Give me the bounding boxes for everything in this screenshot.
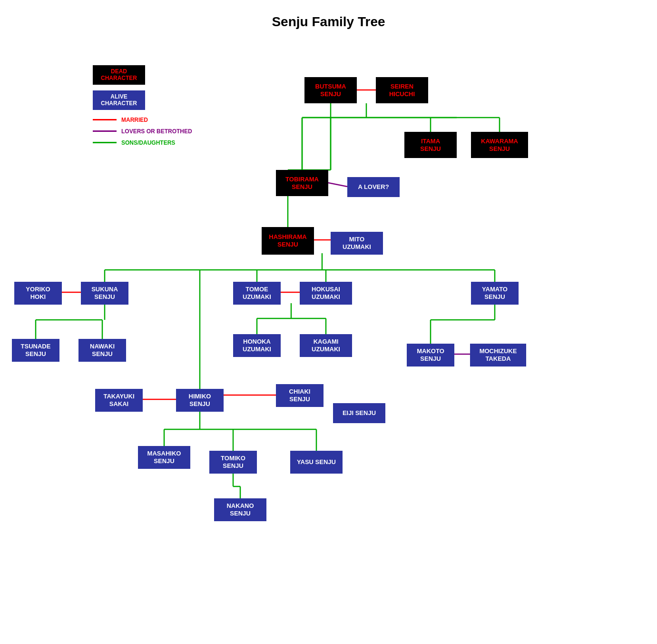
node-tobirama: TOBIRAMASENJU (276, 170, 328, 196)
married-label: MARRIED (121, 117, 148, 123)
node-kawarama: KAWARAMASENJU (471, 132, 528, 158)
married-line-icon (93, 119, 117, 120)
sons-line-icon (93, 142, 117, 143)
svg-line-7 (328, 183, 347, 187)
node-alover: A LOVER? (347, 177, 400, 197)
node-hokusai: HOKUSAIUZUMAKI (300, 282, 352, 305)
node-himiko: HIMIKOSENJU (176, 389, 224, 412)
node-tomoe: TOMOEUZUMAKI (233, 282, 281, 305)
lovers-line-icon (93, 130, 117, 132)
node-mochizuke: MOCHIZUKETAKEDA (470, 344, 526, 367)
legend-alive: ALIVECHARACTER (93, 90, 145, 110)
node-nawaki: NAWAKISENJU (78, 339, 126, 362)
node-nakano: NAKANOSENJU (214, 498, 266, 521)
chart-area: DEADCHARACTER ALIVECHARACTER MARRIED LOV… (0, 30, 657, 644)
node-sukuna: SUKUNASENJU (81, 282, 128, 305)
node-chiaki: CHIAKISENJU (276, 384, 324, 407)
node-takayuki: TAKAYUKISAKAI (95, 389, 143, 412)
node-makoto: MAKOTOSENJU (407, 344, 454, 367)
page-title: Senju Family Tree (0, 0, 657, 30)
node-mito: MITOUZUMAKI (331, 232, 383, 255)
node-yamato: YAMATOSENJU (471, 282, 519, 305)
node-tomiko: TOMIKOSENJU (209, 451, 257, 474)
node-tsunade: TSUNADESENJU (12, 339, 59, 362)
node-seiren: SEIRENHICUCHI (376, 77, 428, 103)
node-eiji: EIJI SENJU (333, 403, 385, 423)
node-hashirama: HASHIRAMASENJU (262, 227, 314, 255)
sons-label: SONS/DAUGHTERS (121, 139, 175, 146)
node-yasu: YASU SENJU (290, 451, 343, 474)
node-honoka: HONOKAUZUMAKI (233, 334, 281, 357)
node-butsuma: BUTSUMASENJU (304, 77, 357, 103)
legend-dead: DEADCHARACTER (93, 65, 145, 85)
node-itama: ITAMASENJU (404, 132, 457, 158)
node-masahiko: MASAHIKOSENJU (138, 446, 190, 469)
lovers-label: LOVERS OR BETROTHED (121, 128, 192, 135)
node-yoriko: YORIKOHOKI (14, 282, 62, 305)
node-kagami: KAGAMIUZUMAKI (300, 334, 352, 357)
legend: DEADCHARACTER ALIVECHARACTER MARRIED LOV… (93, 65, 192, 151)
